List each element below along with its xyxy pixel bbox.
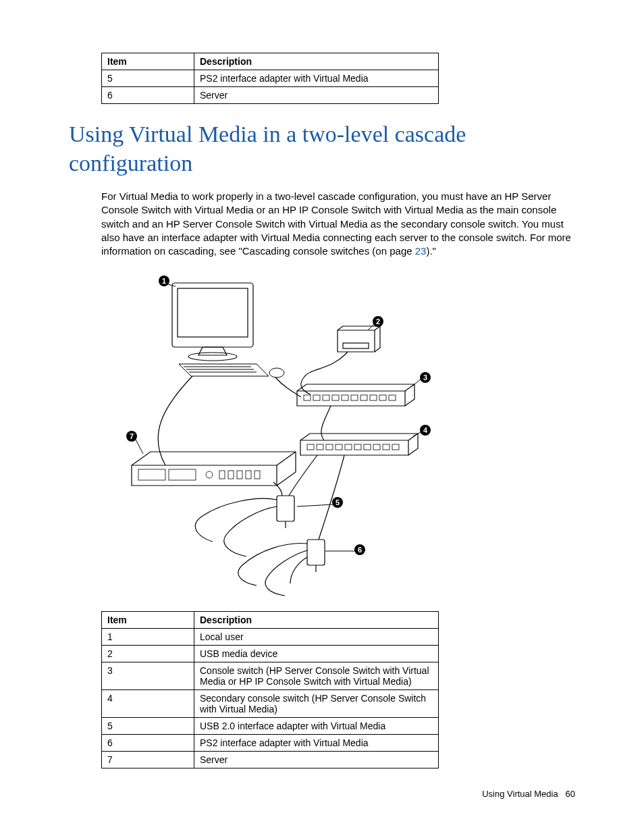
table-row: 2 USB media device [102,646,439,662]
top-row-1-item: 6 [102,87,194,104]
svg-rect-12 [370,395,377,400]
svg-rect-31 [246,471,251,479]
top-row-1-desc: Server [194,87,439,104]
svg-point-2 [188,353,237,361]
svg-text:4: 4 [423,426,428,434]
svg-point-27 [206,471,213,478]
svg-rect-7 [323,395,329,400]
bottom-row-3-desc: Secondary console switch (HP Server Cons… [194,690,439,718]
svg-rect-32 [254,471,260,479]
monitor-icon [172,283,253,361]
svg-rect-22 [373,444,380,450]
top-row-0-desc: PS2 interface adapter with Virtual Media [194,70,439,87]
top-row-0-item: 5 [102,70,194,87]
server-icon [132,452,296,486]
keyboard-icon [179,364,269,376]
bottom-row-2-item: 3 [102,662,194,690]
svg-rect-30 [237,471,242,479]
svg-text:2: 2 [376,317,380,325]
svg-rect-25 [138,469,165,480]
callout-3: 3 [420,372,431,383]
svg-rect-0 [172,283,253,347]
table-row: 6 Server [102,87,439,104]
bottom-row-5-item: 6 [102,735,194,752]
footer-page-number: 60 [566,789,575,799]
svg-text:3: 3 [423,373,427,382]
bottom-item-table: Item Description 1 Local user 2 USB medi… [101,611,439,768]
secondary-console-switch-icon [300,434,418,455]
bottom-row-2-desc: Console switch (HP Server Console Switch… [194,662,439,690]
usb-media-device-icon [338,326,380,352]
intro-text-pre: For Virtual Media to work properly in a … [101,190,571,257]
callout-2: 2 [373,316,383,327]
svg-rect-10 [351,395,358,400]
bottom-table-header-desc: Description [194,612,439,629]
callout-4: 4 [420,425,431,436]
bottom-row-6-item: 7 [102,752,194,768]
table-row: 1 Local user [102,629,439,646]
callout-6: 6 [354,544,365,555]
intro-text-post: )." [426,245,436,257]
callout-5: 5 [332,497,343,508]
bottom-row-0-item: 1 [102,629,194,646]
svg-rect-8 [332,395,339,400]
bottom-row-1-desc: USB media device [194,646,439,662]
svg-rect-14 [389,395,396,400]
bottom-row-4-desc: USB 2.0 interface adapter with Virtual M… [194,718,439,735]
page-footer: Using Virtual Media 60 [482,789,575,799]
svg-rect-20 [354,444,361,450]
table-row: 5 USB 2.0 interface adapter with Virtual… [102,718,439,735]
top-table-header-item: Item [102,53,194,70]
svg-rect-18 [336,444,342,450]
svg-rect-9 [342,395,348,400]
table-row: 6 PS2 interface adapter with Virtual Med… [102,735,439,752]
svg-rect-1 [178,288,248,337]
svg-text:6: 6 [358,546,362,554]
svg-rect-21 [364,444,371,450]
usb-adapter-icon [195,496,294,556]
svg-rect-28 [219,471,225,479]
table-row: 7 Server [102,752,439,768]
bottom-row-5-desc: PS2 interface adapter with Virtual Media [194,735,439,752]
page-link-23[interactable]: 23 [415,245,427,257]
svg-rect-4 [343,343,369,348]
svg-point-3 [269,368,284,377]
callout-1: 1 [159,276,169,286]
bottom-row-3-item: 4 [102,690,194,718]
intro-paragraph: For Virtual Media to work properly in a … [101,190,575,258]
bottom-row-1-item: 2 [102,646,194,662]
svg-rect-29 [228,471,234,479]
callout-7: 7 [126,431,137,442]
svg-rect-11 [360,395,367,400]
svg-rect-34 [307,540,325,565]
svg-rect-5 [304,395,311,400]
diagram-svg: 1 2 3 4 5 6 7 [101,266,439,600]
footer-section: Using Virtual Media [482,789,558,799]
mouse-icon [269,368,284,377]
svg-rect-15 [307,444,314,450]
svg-text:7: 7 [130,432,134,440]
svg-text:5: 5 [336,498,340,506]
bottom-row-6-desc: Server [194,752,439,768]
top-item-table: Item Description 5 PS2 interface adapter… [101,53,439,104]
table-row: 5 PS2 interface adapter with Virtual Med… [102,70,439,87]
bottom-row-4-item: 5 [102,718,194,735]
svg-text:1: 1 [162,277,166,285]
top-table-header-desc: Description [194,53,439,70]
main-console-switch-icon [297,384,414,406]
svg-rect-17 [326,444,333,450]
svg-rect-16 [317,444,323,450]
bottom-table-header-item: Item [102,612,194,629]
svg-rect-19 [345,444,352,450]
bottom-row-0-desc: Local user [194,629,439,646]
section-heading: Using Virtual Media in a two-level casca… [69,120,575,178]
cascade-diagram: 1 2 3 4 5 6 7 [101,266,439,600]
table-row: 3 Console switch (HP Server Console Swit… [102,662,439,690]
svg-rect-24 [392,444,399,450]
svg-rect-6 [313,395,320,400]
svg-rect-13 [379,395,386,400]
svg-rect-33 [277,496,294,521]
svg-rect-26 [169,469,196,480]
svg-rect-23 [383,444,390,450]
ps2-adapter-icon [238,540,325,596]
